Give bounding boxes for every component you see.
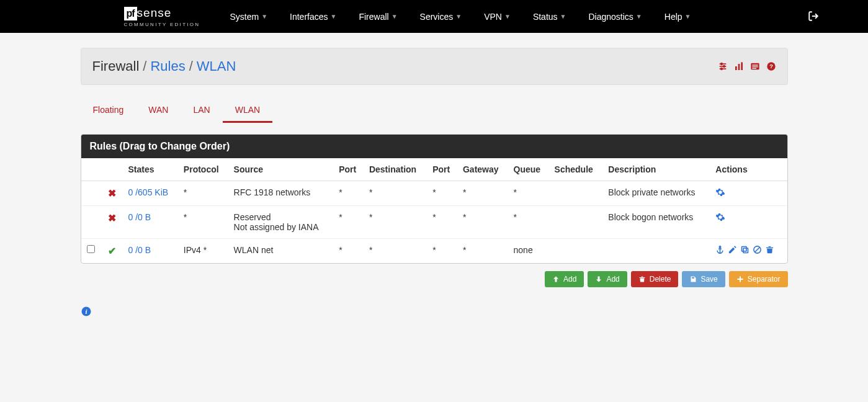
tab-wan[interactable]: WAN xyxy=(136,99,181,123)
breadcrumb-rules[interactable]: Rules xyxy=(150,58,185,74)
arrow-up-icon xyxy=(552,275,560,283)
table-row[interactable]: ✖0 /0 B*ReservedNot assigned by IANA****… xyxy=(81,206,787,239)
col-schedule: Schedule xyxy=(550,158,604,181)
breadcrumb-sep: / xyxy=(143,58,146,74)
logout-icon xyxy=(808,11,819,22)
log-icon[interactable] xyxy=(750,61,760,71)
cell-queue: none xyxy=(509,239,550,264)
table-row[interactable]: ✔0 /0 BIPv4 *WLAN net****none xyxy=(81,239,787,264)
cell-port2: * xyxy=(427,181,458,206)
block-icon: ✖ xyxy=(108,213,116,223)
arrow-down-icon xyxy=(595,275,602,283)
nav-menu: System▼ Interfaces▼ Firewall▼ Services▼ … xyxy=(218,2,702,32)
svg-rect-12 xyxy=(752,66,758,67)
add-bottom-button[interactable]: Add xyxy=(588,271,627,287)
save-button[interactable]: Save xyxy=(682,271,725,287)
cell-protocol: * xyxy=(179,206,229,239)
cell-schedule xyxy=(550,206,604,239)
caret-icon: ▼ xyxy=(391,13,398,20)
interface-tabs: Floating WAN LAN WLAN xyxy=(81,99,788,123)
svg-point-5 xyxy=(723,66,725,68)
tab-floating[interactable]: Floating xyxy=(81,99,136,123)
svg-rect-11 xyxy=(752,65,758,65)
cell-port1: * xyxy=(334,239,364,264)
logout-button[interactable] xyxy=(795,11,831,22)
save-label: Save xyxy=(700,275,717,284)
edit-icon[interactable] xyxy=(728,245,737,254)
col-queue: Queue xyxy=(509,158,550,181)
col-port: Port xyxy=(334,158,364,181)
caret-icon: ▼ xyxy=(560,13,566,20)
add-label: Add xyxy=(606,275,619,284)
svg-point-16 xyxy=(720,246,722,248)
breadcrumb: Firewall / Rules / WLAN xyxy=(92,58,236,74)
settings-icon[interactable] xyxy=(718,61,728,71)
logo[interactable]: pfsense COMMUNITY EDITION xyxy=(124,6,200,27)
delete-button[interactable]: Delete xyxy=(631,271,679,287)
cell-protocol: * xyxy=(179,181,229,206)
nav-status[interactable]: Status▼ xyxy=(522,2,578,32)
panel-title: Rules (Drag to Change Order) xyxy=(81,135,787,158)
help-icon[interactable]: ? xyxy=(766,61,776,71)
gear-icon[interactable] xyxy=(715,187,782,197)
col-description: Description xyxy=(603,158,710,181)
cell-schedule xyxy=(550,239,604,264)
rules-table: States Protocol Source Port Destination … xyxy=(81,158,787,263)
nav-diagnostics[interactable]: Diagnostics▼ xyxy=(577,2,653,32)
info-icon: i xyxy=(81,306,92,317)
cell-port2: * xyxy=(427,206,458,239)
states-link[interactable]: 0 /605 KiB xyxy=(128,187,169,197)
cell-description: Block bogon networks xyxy=(603,206,710,239)
add-top-button[interactable]: Add xyxy=(545,271,584,287)
cell-protocol: IPv4 * xyxy=(179,239,229,264)
cell-port2: * xyxy=(427,239,458,264)
svg-text:?: ? xyxy=(769,63,773,69)
caret-icon: ▼ xyxy=(261,13,267,20)
cell-actions xyxy=(710,206,787,239)
col-source: Source xyxy=(229,158,334,181)
breadcrumb-wlan[interactable]: WLAN xyxy=(197,58,236,74)
col-status xyxy=(101,158,123,181)
tab-wlan[interactable]: WLAN xyxy=(223,99,272,123)
cell-destination: * xyxy=(364,206,427,239)
states-link[interactable]: 0 /0 B xyxy=(128,212,151,222)
nav-services[interactable]: Services▼ xyxy=(409,2,473,32)
svg-line-22 xyxy=(755,248,760,252)
cell-source: RFC 1918 networks xyxy=(229,181,334,206)
svg-rect-8 xyxy=(738,64,740,70)
table-row[interactable]: ✖0 /605 KiB*RFC 1918 networks*****Block … xyxy=(81,181,787,206)
tab-lan[interactable]: LAN xyxy=(181,99,222,123)
col-port: Port xyxy=(427,158,458,181)
caret-icon: ▼ xyxy=(685,13,691,20)
cell-queue: * xyxy=(509,181,550,206)
svg-rect-7 xyxy=(735,66,737,70)
copy-icon[interactable] xyxy=(740,245,749,254)
nav-vpn[interactable]: VPN▼ xyxy=(473,2,522,32)
states-link[interactable]: 0 /0 B xyxy=(128,245,151,255)
breadcrumb-main: Firewall xyxy=(92,58,140,74)
nav-interfaces[interactable]: Interfaces▼ xyxy=(279,2,347,32)
nav-firewall[interactable]: Firewall▼ xyxy=(347,2,408,32)
cell-source: ReservedNot assigned by IANA xyxy=(229,206,334,239)
cell-gateway: * xyxy=(458,206,509,239)
trash-icon[interactable] xyxy=(765,245,774,254)
top-navbar: pfsense COMMUNITY EDITION System▼ Interf… xyxy=(0,0,868,33)
gear-icon[interactable] xyxy=(715,212,782,222)
separator-button[interactable]: Separator xyxy=(729,271,788,287)
logo-suffix: sense xyxy=(137,6,172,19)
add-label: Add xyxy=(563,275,576,284)
cell-gateway: * xyxy=(458,239,509,264)
nav-help[interactable]: Help▼ xyxy=(653,2,702,32)
row-checkbox[interactable] xyxy=(87,245,95,253)
cell-actions xyxy=(710,239,787,264)
button-bar: Add Add Delete Save Separator xyxy=(81,271,788,287)
nav-system[interactable]: System▼ xyxy=(218,2,279,32)
chart-icon[interactable] xyxy=(734,61,744,71)
col-checkbox xyxy=(81,158,101,181)
disable-icon[interactable] xyxy=(753,245,762,254)
trash-icon xyxy=(638,275,646,283)
info-toggle[interactable]: i xyxy=(81,306,92,319)
logo-prefix: pf xyxy=(124,7,137,20)
anchor-icon[interactable] xyxy=(715,245,725,254)
col-protocol: Protocol xyxy=(179,158,229,181)
